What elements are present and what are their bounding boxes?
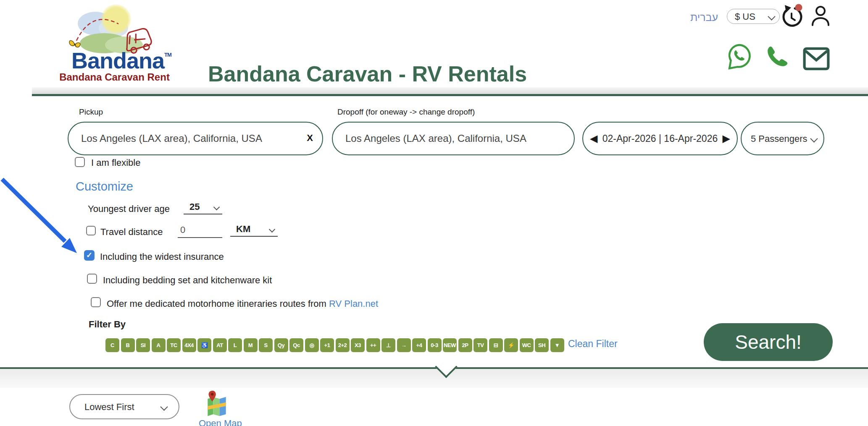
filter-icon-new-vehicle[interactable]: NEW [443, 338, 457, 352]
passengers-select[interactable]: 5 Passengers [742, 123, 823, 154]
date-next-icon[interactable]: ▶ [723, 133, 730, 144]
open-map-link[interactable]: Open Map [199, 418, 242, 426]
itineraries-checkbox[interactable] [91, 297, 101, 307]
filter-icon-semi-integrated[interactable]: SI [136, 338, 150, 352]
filter-icon-baby-seat[interactable]: 0-3 [428, 338, 442, 352]
distance-unit-select[interactable]: KM [230, 224, 278, 236]
history-icon[interactable] [781, 3, 802, 29]
currency-select-pill[interactable]: $ US [727, 9, 780, 24]
insurance-label[interactable]: Including the widest insurance [100, 251, 224, 262]
search-button[interactable]: Search! [704, 323, 833, 361]
filter-icon-bed[interactable]: ⊟ [489, 338, 503, 352]
pickup-field: X [68, 122, 323, 155]
filter-icon-quality-c[interactable]: Qc [289, 338, 303, 352]
account-icon[interactable] [810, 5, 831, 29]
filter-icon-toilet[interactable]: WC [520, 338, 534, 352]
phone-icon[interactable] [765, 44, 790, 70]
logo-brand-text: BandanaTM [71, 47, 171, 73]
open-map-icon[interactable] [206, 389, 228, 419]
clear-pickup-button[interactable]: X [307, 133, 313, 144]
filter-icon-power[interactable]: ⚡ [504, 338, 518, 352]
itineraries-label-text: Offer me dedicated motorhome itineraries… [107, 298, 329, 309]
filter-icon-quality-y[interactable]: Qy [274, 338, 288, 352]
page-title: Bandana Caravan - RV Rentals [208, 61, 527, 86]
travel-distance-input[interactable] [178, 225, 222, 238]
filter-icon-wheelchair-accessible[interactable]: ♿ [197, 338, 211, 352]
filter-icon-tv[interactable]: TV [473, 338, 487, 352]
driver-age-field: 25 [184, 201, 222, 214]
sort-order-field: Lowest First [69, 394, 179, 419]
filter-icon-motorhome-small[interactable]: S [259, 338, 273, 352]
filter-icon-family-plus[interactable]: ++ [366, 338, 380, 352]
filter-icon-seats-2-plus-2[interactable]: 2+2 [336, 338, 350, 352]
filter-icon-seats-plus-4[interactable]: +4 [412, 338, 426, 352]
filter-by-label: Filter By [89, 319, 126, 330]
filter-icon-automatic-transmission[interactable]: AT [213, 338, 227, 352]
logo-subtitle: Bandana Caravan Rent [59, 71, 170, 83]
flexible-checkbox[interactable] [75, 157, 85, 167]
filter-icon-sleeps-3[interactable]: X3 [351, 338, 365, 352]
email-icon[interactable] [803, 47, 830, 72]
pickup-label: Pickup [79, 107, 103, 117]
rv-plan-link[interactable]: RV Plan.net [329, 298, 378, 309]
itineraries-label[interactable]: Offer me dedicated motorhome itineraries… [107, 298, 378, 309]
bedding-kit-label[interactable]: Including bedding set and kitchenware ki… [103, 275, 272, 286]
filter-icon-motorhome-large[interactable]: L [228, 338, 242, 352]
filter-icon-four-by-four[interactable]: 4X4 [182, 338, 196, 352]
distance-unit-field: KM [230, 224, 278, 237]
driver-age-select[interactable]: 25 [184, 201, 222, 214]
pickup-input[interactable] [68, 123, 322, 154]
sort-order-select[interactable]: Lowest First [70, 395, 179, 418]
filter-icon-motorhome-medium[interactable]: M [244, 338, 258, 352]
dropoff-input[interactable] [333, 123, 574, 154]
filter-icon-truck-camper[interactable]: TC [167, 338, 181, 352]
date-range-value[interactable]: 02-Apr-2026 | 16-Apr-2026 [602, 133, 718, 144]
date-range-field[interactable]: ◀ 02-Apr-2026 | 16-Apr-2026 ▶ [582, 122, 738, 155]
bedding-kit-checkbox[interactable] [87, 274, 97, 284]
site-logo[interactable]: BandanaTM Bandana Caravan Rent [59, 2, 170, 86]
header-divider-band [32, 87, 868, 96]
clean-filter-link[interactable]: Clean Filter [568, 338, 618, 350]
language-link-hebrew[interactable]: עברית [690, 11, 718, 24]
filter-icon-shower[interactable]: SH [535, 338, 549, 352]
filter-icon-two-people[interactable]: 2P [458, 338, 472, 352]
filter-icon-class-c[interactable]: C [105, 338, 119, 352]
search-button-label: Search! [735, 331, 802, 353]
insurance-checkbox[interactable] [84, 250, 95, 261]
filter-icon-van-arrow[interactable]: ▼ [550, 338, 564, 352]
dropoff-field [332, 122, 575, 155]
whatsapp-icon[interactable] [728, 44, 752, 72]
currency-select[interactable]: $ US [727, 9, 779, 24]
travel-distance-checkbox[interactable] [86, 226, 96, 235]
date-prev-icon[interactable]: ◀ [590, 133, 597, 144]
dropoff-label: Dropoff (for oneway -> change dropoff) [337, 107, 475, 117]
passengers-field: 5 Passengers [741, 122, 824, 155]
filter-icon-class-b[interactable]: B [121, 338, 135, 352]
filter-icon-class-a[interactable]: A [152, 338, 166, 352]
filter-icon-awning[interactable]: ⊥ [381, 338, 395, 352]
driver-age-label: Youngest driver age [88, 204, 170, 214]
trademark-symbol: TM [164, 52, 171, 58]
filter-icon-compass[interactable]: ◎ [305, 338, 319, 352]
page: BandanaTM Bandana Caravan Rent Bandana C… [0, 0, 868, 426]
filter-icon-extra-person[interactable]: +1 [320, 338, 334, 352]
annotation-arrow [0, 173, 82, 255]
filter-icon-one-way[interactable]: → [397, 338, 411, 352]
form-bottom-band [0, 367, 868, 388]
flexible-label[interactable]: I am flexible [91, 157, 140, 168]
customize-link[interactable]: Customize [76, 180, 133, 193]
travel-distance-label[interactable]: Travel distance [100, 227, 163, 238]
filter-icons-row: CBSIATC4X4♿ATLMSQyQc◎+12+2X3++⊥→+40-3NEW… [105, 338, 564, 352]
